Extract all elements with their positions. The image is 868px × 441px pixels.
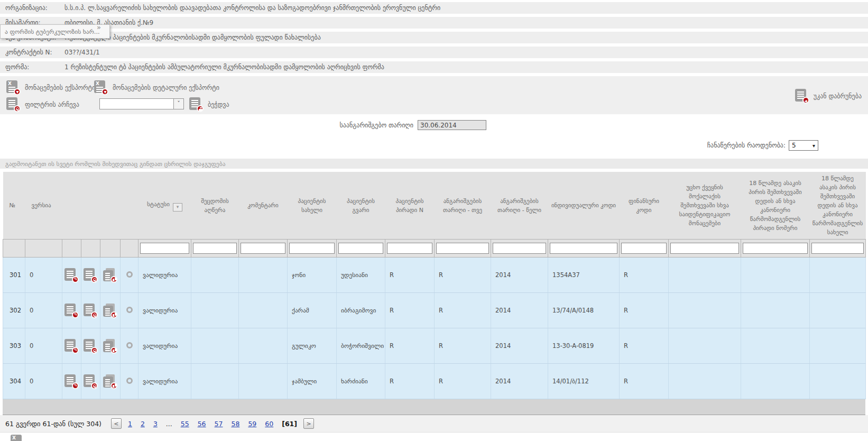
back-label: უკან დაბრუნება (814, 93, 862, 100)
view-record-icon[interactable] (84, 374, 98, 389)
data-export-button[interactable]: X მონაცემების ექსპორტი (6, 80, 96, 95)
page-link[interactable]: 3 (153, 420, 158, 428)
column-filter-input-comment[interactable] (241, 243, 285, 254)
row-radio-button[interactable] (126, 342, 133, 348)
page-link[interactable]: 58 (231, 420, 239, 428)
page-link[interactable]: 2 (141, 420, 145, 428)
view-record-icon[interactable] (84, 268, 98, 282)
column-filter-input-guardian-personal-n[interactable] (743, 243, 808, 254)
column-header-patient-last-name[interactable]: პაციენტის გვარი (337, 172, 385, 240)
printer-badge-icon (197, 105, 204, 112)
cell-guardian-personal-n (741, 258, 810, 293)
column-header-label: სტატუსი (147, 201, 170, 208)
records-count-row: ჩანაწერების რაოდენობა: 5 (0, 140, 868, 151)
table-row: 3040ვალიდურიაჯამბულიხარძიანიRR201414/01/… (3, 364, 866, 399)
filter-cell-patient-last-name (337, 240, 385, 258)
cell-first-name: ქარამ (288, 293, 337, 328)
column-header-guardian-personal-n[interactable]: 18 წლამდე ასაკის პირის შემთხვევაში დედის… (741, 172, 810, 240)
page-link[interactable]: 57 (215, 420, 223, 428)
row-radio-button[interactable] (126, 271, 133, 278)
column-filter-input-guardian-name[interactable] (811, 243, 864, 254)
filter-select[interactable] (99, 98, 184, 109)
column-filter-input-error-description[interactable] (193, 243, 237, 254)
edit-record-icon[interactable] (64, 339, 79, 353)
cell-version: 0 (25, 364, 62, 399)
excel-x-mark: X (8, 81, 12, 86)
detailed-export-button[interactable]: X მონაცემების დეტალური ექსპორტი (94, 80, 219, 95)
cell-view (81, 364, 100, 399)
page-link[interactable]: 1 (128, 420, 132, 428)
column-filter-input-patient-personal-n[interactable] (387, 243, 432, 254)
copy-record-icon[interactable] (103, 268, 117, 282)
column-header-patient-first-name[interactable]: პაციენტის სახელი (288, 172, 337, 240)
column-header-financial-code[interactable]: ფინანსური კოდი (620, 172, 669, 240)
column-filter-input-financial-code[interactable] (621, 243, 667, 254)
column-header-report-year[interactable]: ანგარიშგების თარიღი - წელი (491, 172, 548, 240)
page-link[interactable]: 60 (265, 420, 273, 428)
row-radio-button[interactable] (126, 378, 133, 384)
tooltip-expand-button[interactable]: » (97, 24, 101, 31)
toolbar: X მონაცემების ექსპორტი X მონაცემების დეტ… (0, 76, 868, 114)
column-filter-input-patient-first-name[interactable] (289, 243, 335, 254)
cell-financial-code: R (620, 328, 669, 364)
choose-filter-button[interactable]: ფილტრის არჩევა (6, 97, 79, 112)
bottom-export-icon[interactable]: X (11, 435, 25, 441)
prev-page-button[interactable]: < (111, 418, 122, 429)
column-header-version[interactable]: ვერსია (25, 172, 62, 240)
column-header-status[interactable]: სტატუსი (138, 172, 191, 240)
view-record-icon[interactable] (84, 339, 98, 353)
doc-lines (67, 306, 73, 307)
column-filter-input-foreign-id[interactable] (670, 243, 739, 254)
row-radio-button[interactable] (126, 307, 133, 313)
cell-select (121, 328, 138, 364)
column-header-copy (100, 172, 121, 240)
group-hint-text: გადმოიტანეთ ის სვეტი რომლის მიხედვითაც გ… (5, 160, 225, 168)
print-button[interactable]: ბეჭდვა (189, 97, 229, 112)
column-filter-input-patient-last-name[interactable] (338, 243, 383, 254)
report-date-input[interactable] (418, 120, 486, 130)
column-filter-input-report-month[interactable] (436, 243, 489, 254)
chevron-down-icon[interactable] (173, 99, 183, 109)
copy-record-icon[interactable] (103, 374, 117, 389)
page-link[interactable]: 55 (181, 420, 189, 428)
filter-cell-patient-first-name (288, 240, 337, 258)
filter-cell-version (25, 240, 62, 258)
edit-record-icon[interactable] (64, 374, 79, 389)
column-header-guardian-name[interactable]: 18 წლამდე ასაკის პირის შემთხვევაში დედის… (810, 172, 866, 240)
filter-cell-select (121, 240, 138, 258)
view-record-icon[interactable] (84, 304, 98, 318)
column-header-patient-personal-n[interactable]: პაციენტის პირადი N (385, 172, 435, 240)
next-page-button[interactable]: > (303, 418, 314, 429)
column-header-individual-code[interactable]: ინდივიდუალური კოდი (548, 172, 620, 240)
page-link[interactable]: 56 (198, 420, 206, 428)
back-button[interactable]: უკან დაბრუნება (795, 89, 862, 103)
pagination-bar: 61 გვერდი 61-დან (სულ 304) < 123...55565… (0, 415, 868, 433)
column-header-comment[interactable]: კომენტარი (239, 172, 288, 240)
edit-record-icon[interactable] (64, 268, 79, 282)
cell-guardian-name (810, 328, 866, 364)
doc-lines (105, 308, 110, 309)
column-header-error-description[interactable]: შეცდომის აღწერა (191, 172, 239, 240)
page-link[interactable]: 59 (248, 420, 256, 428)
column-filter-input-status[interactable] (140, 243, 189, 254)
column-filter-row (3, 240, 866, 258)
edit-record-icon[interactable] (64, 304, 79, 318)
doc-lines (105, 344, 110, 345)
column-header-report-month[interactable]: ანგარიშგების თარიღი - თვე (435, 172, 491, 240)
records-count-select[interactable]: 5 (789, 140, 818, 151)
copy-record-icon[interactable] (103, 339, 117, 353)
copy-record-icon[interactable] (103, 304, 117, 318)
column-header-foreign-id[interactable]: უცხო ქვეყნის მოქალაქის შემთხვევაში სხვა … (669, 172, 741, 240)
cell-individual-code: 13/74/A/0148 (548, 293, 620, 328)
column-filter-input-report-year[interactable] (493, 243, 546, 254)
column-header-no[interactable]: № (3, 172, 25, 240)
cell-guardian-personal-n (741, 364, 810, 399)
column-filter-input-individual-code[interactable] (550, 243, 617, 254)
doc-lines (86, 342, 93, 343)
doc-lines (96, 87, 103, 88)
filter-cell-guardian-name (810, 240, 866, 258)
cell-guardian-personal-n (741, 293, 810, 328)
filter-cell-individual-code (548, 240, 620, 258)
status-filter-dropdown-button[interactable] (173, 203, 182, 212)
cell-report-month: R (435, 328, 491, 364)
